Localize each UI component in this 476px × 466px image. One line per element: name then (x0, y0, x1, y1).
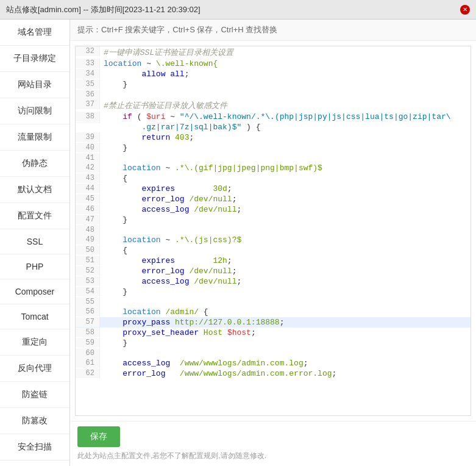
sidebar-item-webdir[interactable]: 网站目录 (0, 72, 69, 98)
code-line-37: 37 #禁止在证书验证目录放入敏感文件 (76, 99, 471, 112)
sidebar-item-rewrite[interactable]: 伪静态 (0, 151, 69, 177)
code-line-32: 32 #一键申请SSL证书验证目录相关设置 (76, 46, 471, 59)
code-line-54: 54 } (76, 287, 471, 297)
hint-bar: 提示：Ctrl+F 搜索关键字，Ctrl+S 保存，Ctrl+H 查找替换 (70, 20, 476, 41)
code-line-39: 39 return 403; (76, 132, 471, 143)
code-line-38: 38 if ( $uri ~ "^/\.well-known/.*\.(php|… (76, 112, 471, 122)
sidebar-item-tomcat[interactable]: Tomcat (0, 304, 69, 329)
code-editor[interactable]: 32 #一键申请SSL证书验证目录相关设置 33 location ~ \.we… (75, 46, 471, 416)
code-line-45: 45 error_log /dev/null; (76, 194, 471, 204)
hint-text: 提示：Ctrl+F 搜索关键字，Ctrl+S 保存，Ctrl+H 查找替换 (77, 25, 277, 34)
bottom-bar: 保存 此处为站点主配置文件,若您不了解配置规则,请勿随意修改. (70, 421, 476, 466)
save-button[interactable]: 保存 (77, 426, 120, 447)
code-line-55: 55 (76, 297, 471, 307)
sidebar-item-default-doc[interactable]: 默认文档 (0, 177, 69, 203)
code-line-33: 33 location ~ \.well-known{ (76, 59, 471, 69)
sidebar-item-hotlink[interactable]: 防盗链 (0, 382, 69, 408)
code-line-34: 34 allow all; (76, 69, 471, 79)
code-line-40: 40 } (76, 143, 471, 153)
code-line-53: 53 access_log /dev/null; (76, 276, 471, 287)
sidebar-item-composer[interactable]: Composer (0, 279, 69, 304)
code-line-50: 50 { (76, 245, 471, 256)
code-line-46: 46 access_log /dev/null; (76, 204, 471, 215)
code-line-59: 59 } (76, 338, 471, 348)
title-bar: 站点修改[admin.com] -- 添加时间[2023-11-21 20:39… (0, 0, 476, 20)
code-line-60: 60 (76, 348, 471, 358)
sidebar: 域名管理 子目录绑定 网站目录 访问限制 流量限制 伪静态 默认文档 配置文件 … (0, 20, 70, 466)
bottom-hint: 此处为站点主配置文件,若您不了解配置规则,请勿随意修改. (77, 451, 469, 461)
code-line-48: 48 (76, 225, 471, 235)
code-line-51: 51 expires 12h; (76, 256, 471, 266)
code-line-56: 56 location /admin/ { (76, 307, 471, 317)
code-line-62: 62 error_log /www/wwwlogs/admin.com.erro… (76, 368, 471, 379)
sidebar-item-subdir[interactable]: 子目录绑定 (0, 46, 69, 72)
sidebar-item-php[interactable]: PHP (0, 254, 69, 279)
sidebar-item-domain[interactable]: 域名管理 (0, 20, 69, 46)
code-line-49: 49 location ~ .*\.(js|css)?$ (76, 235, 471, 245)
content-area: 提示：Ctrl+F 搜索关键字，Ctrl+S 保存，Ctrl+H 查找替换 32… (70, 20, 476, 466)
sidebar-item-tamper[interactable]: 防篡改 (0, 408, 69, 434)
code-line-58: 58 proxy_set_header Host $host; (76, 328, 471, 338)
code-line-38b: .gz|rar|7z|sql|bak)$" ) { (76, 122, 471, 132)
code-line-43: 43 { (76, 173, 471, 184)
sidebar-item-traffic[interactable]: 流量限制 (0, 124, 69, 151)
sidebar-item-ssl[interactable]: SSL (0, 229, 69, 254)
code-line-44: 44 expires 30d; (76, 184, 471, 194)
code-line-61: 61 access_log /www/wwwlogs/admin.com.log… (76, 358, 471, 368)
sidebar-item-log[interactable]: 网站日志 (0, 461, 69, 466)
code-line-57: 57 proxy_pass http://127.0.0.1:18888; (76, 317, 471, 328)
sidebar-item-redirect[interactable]: 重定向 (0, 329, 69, 356)
sidebar-item-access[interactable]: 访问限制 (0, 98, 69, 124)
window-title: 站点修改[admin.com] -- 添加时间[2023-11-21 20:39… (6, 4, 201, 15)
code-line-42: 42 location ~ .*\.(gif|jpg|jpeg|png|bmp|… (76, 163, 471, 173)
sidebar-item-security[interactable]: 安全扫描 (0, 434, 69, 461)
main-container: 域名管理 子目录绑定 网站目录 访问限制 流量限制 伪静态 默认文档 配置文件 … (0, 20, 476, 466)
sidebar-item-proxy[interactable]: 反向代理 (0, 356, 69, 382)
code-line-52: 52 error_log /dev/null; (76, 266, 471, 276)
sidebar-item-config[interactable]: 配置文件 (0, 203, 69, 229)
code-line-35: 35 } (76, 79, 471, 90)
close-button[interactable]: ✕ (460, 5, 470, 15)
code-line-36: 36 (76, 90, 471, 99)
code-line-41: 41 (76, 153, 471, 163)
code-line-47: 47 } (76, 215, 471, 225)
